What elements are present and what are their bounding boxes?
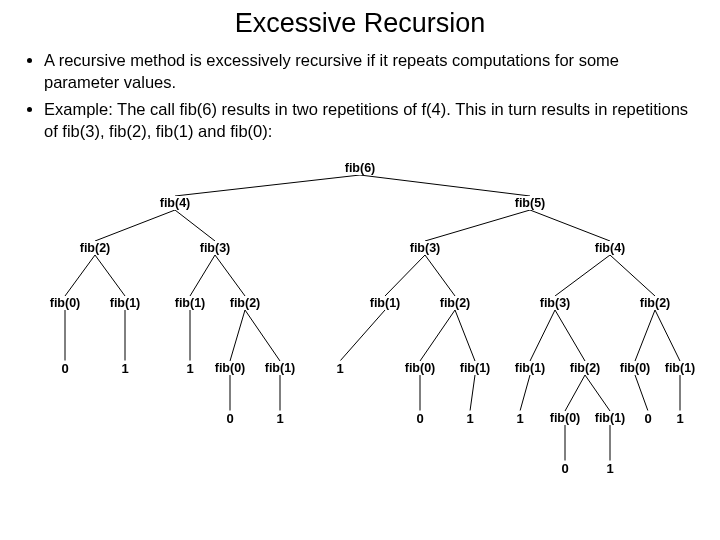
- svg-line-29: [470, 375, 475, 411]
- svg-line-17: [230, 310, 245, 361]
- tree-node: fib(1): [460, 361, 491, 375]
- tree-node: fib(2): [230, 296, 261, 310]
- tree-leaf: 0: [416, 411, 423, 426]
- svg-line-30: [520, 375, 530, 411]
- tree-node: fib(3): [540, 296, 571, 310]
- svg-line-6: [65, 255, 95, 296]
- tree-node: fib(1): [265, 361, 296, 375]
- page-title: Excessive Recursion: [0, 8, 720, 39]
- svg-line-31: [565, 375, 585, 411]
- svg-line-1: [360, 175, 530, 196]
- svg-line-4: [425, 210, 530, 241]
- tree-node: fib(5): [515, 196, 546, 210]
- svg-line-20: [420, 310, 455, 361]
- svg-line-3: [175, 210, 215, 241]
- tree-node: fib(0): [550, 411, 581, 425]
- svg-line-0: [175, 175, 360, 196]
- svg-line-25: [655, 310, 680, 361]
- svg-line-5: [530, 210, 610, 241]
- tree-leaf: 0: [226, 411, 233, 426]
- svg-line-11: [425, 255, 455, 296]
- svg-line-32: [585, 375, 610, 411]
- tree-node: fib(1): [370, 296, 401, 310]
- tree-node: fib(4): [595, 241, 626, 255]
- tree-node: fib(1): [175, 296, 206, 310]
- tree-node: fib(0): [50, 296, 81, 310]
- tree-leaf: 0: [561, 461, 568, 476]
- tree-node: fib(2): [570, 361, 601, 375]
- bullet-list: A recursive method is excessively recurs…: [24, 49, 696, 142]
- svg-line-13: [610, 255, 655, 296]
- tree-leaf: 1: [516, 411, 523, 426]
- tree-edges: [20, 158, 700, 528]
- tree-leaf: 1: [186, 361, 193, 376]
- tree-leaf: 0: [644, 411, 651, 426]
- tree-node: fib(1): [515, 361, 546, 375]
- tree-node: fib(2): [80, 241, 111, 255]
- tree-node: fib(0): [620, 361, 651, 375]
- tree-leaf: 1: [606, 461, 613, 476]
- recursion-tree: fib(6)fib(4)fib(5)fib(2)fib(3)fib(3)fib(…: [20, 158, 700, 528]
- svg-line-19: [340, 310, 385, 361]
- svg-line-2: [95, 210, 175, 241]
- tree-node: fib(6): [345, 161, 376, 175]
- svg-line-21: [455, 310, 475, 361]
- tree-node: fib(1): [595, 411, 626, 425]
- tree-node: fib(4): [160, 196, 191, 210]
- tree-leaf: 0: [61, 361, 68, 376]
- svg-line-7: [95, 255, 125, 296]
- svg-line-23: [555, 310, 585, 361]
- tree-node: fib(2): [440, 296, 471, 310]
- tree-node: fib(3): [410, 241, 441, 255]
- tree-leaf: 1: [336, 361, 343, 376]
- bullet-item: A recursive method is excessively recurs…: [44, 49, 696, 94]
- svg-line-22: [530, 310, 555, 361]
- svg-line-8: [190, 255, 215, 296]
- svg-line-12: [555, 255, 610, 296]
- tree-leaf: 1: [276, 411, 283, 426]
- svg-line-18: [245, 310, 280, 361]
- tree-leaf: 1: [466, 411, 473, 426]
- tree-leaf: 1: [676, 411, 683, 426]
- tree-node: fib(1): [110, 296, 141, 310]
- svg-line-10: [385, 255, 425, 296]
- tree-node: fib(3): [200, 241, 231, 255]
- svg-line-9: [215, 255, 245, 296]
- tree-leaf: 1: [121, 361, 128, 376]
- bullet-item: Example: The call fib(6) results in two …: [44, 98, 696, 143]
- tree-node: fib(2): [640, 296, 671, 310]
- svg-line-24: [635, 310, 655, 361]
- tree-node: fib(0): [215, 361, 246, 375]
- svg-line-33: [635, 375, 648, 411]
- tree-node: fib(0): [405, 361, 436, 375]
- tree-node: fib(1): [665, 361, 696, 375]
